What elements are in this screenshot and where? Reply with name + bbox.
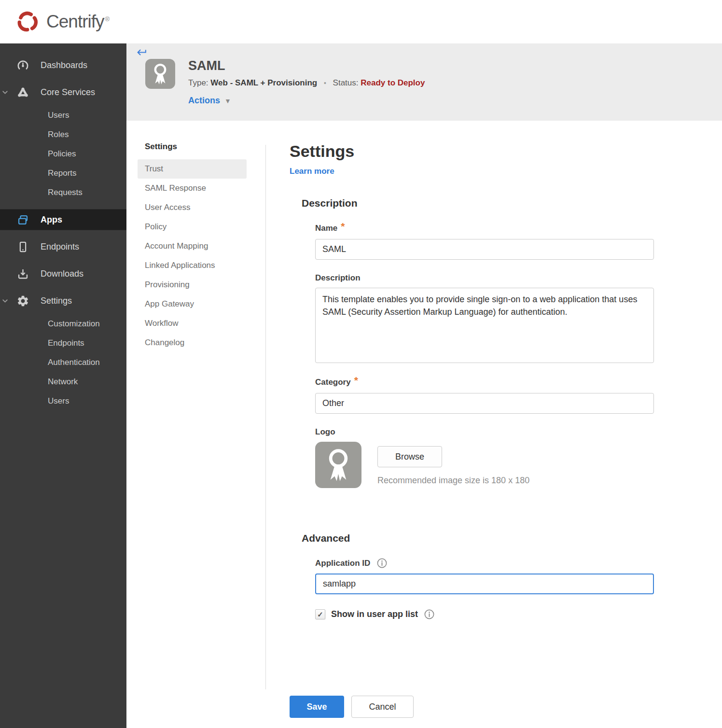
subnav-item-provisioning[interactable]: Provisioning — [138, 275, 247, 294]
name-label-text: Name — [315, 224, 337, 233]
logo-label-text: Logo — [315, 427, 335, 437]
info-icon[interactable] — [424, 609, 435, 620]
actions-label: Actions — [188, 96, 220, 106]
status-label: Status: — [333, 78, 359, 87]
subnav-item-account-mapping[interactable]: Account Mapping — [138, 237, 247, 256]
application-id-input[interactable] — [315, 574, 654, 594]
info-icon[interactable] — [376, 558, 388, 569]
app-header: SAML Type: Web - SAML + Provisioning • S… — [126, 43, 722, 121]
endpoints-icon — [16, 240, 29, 253]
top-bar: Centrify® — [0, 0, 722, 43]
sidebar-item-dashboards[interactable]: Dashboards — [0, 52, 126, 79]
name-label: Name * — [315, 223, 655, 234]
description-label: Description — [315, 273, 655, 283]
advanced-section-heading: Advanced — [302, 532, 655, 544]
sidebar-item-authentication[interactable]: Authentication — [0, 353, 126, 372]
sidebar-item-core-services[interactable]: Core Services — [0, 79, 126, 106]
subnav-item-changelog[interactable]: Changelog — [138, 333, 247, 352]
sidebar-item-settings[interactable]: Settings — [0, 287, 126, 314]
centrify-swirl-icon — [14, 9, 41, 35]
sidebar-item-network[interactable]: Network — [0, 372, 126, 392]
logo-preview-image — [315, 442, 361, 488]
gauge-icon — [16, 59, 29, 72]
required-asterisk: * — [341, 221, 345, 232]
sidebar-item-label: Apps — [41, 215, 62, 225]
subnav-heading: Settings — [138, 142, 247, 159]
sidebar-item-downloads[interactable]: Downloads — [0, 260, 126, 287]
type-value: Web - SAML + Provisioning — [210, 78, 317, 87]
category-label-text: Category — [315, 378, 351, 387]
sidebar-item-customization[interactable]: Customization — [0, 314, 126, 334]
subnav-item-trust[interactable]: Trust — [138, 159, 247, 179]
sidebar-item-apps[interactable]: Apps — [0, 209, 126, 230]
subnav-item-app-gateway[interactable]: App Gateway — [138, 294, 247, 314]
sidebar-item-label: Settings — [41, 296, 72, 306]
subnav-item-linked-applications[interactable]: Linked Applications — [138, 256, 247, 275]
subnav-item-saml-response[interactable]: SAML Response — [138, 179, 247, 198]
actions-dropdown[interactable]: Actions ▼ — [188, 96, 231, 106]
download-icon — [16, 267, 29, 280]
page-title: Settings — [290, 142, 655, 161]
sidebar-item-label: Reports — [48, 168, 77, 178]
name-input[interactable] — [315, 239, 654, 260]
application-id-label: Application ID — [315, 558, 655, 569]
apps-icon — [16, 213, 29, 226]
logo-label: Logo — [315, 427, 655, 437]
subnav-item-workflow[interactable]: Workflow — [138, 314, 247, 333]
sidebar-item-label: Policies — [48, 149, 76, 159]
brand-logo[interactable]: Centrify® — [14, 9, 109, 35]
sidebar-item-label: Roles — [48, 130, 69, 140]
status-value: Ready to Deploy — [361, 78, 425, 87]
application-id-label-text: Application ID — [315, 559, 370, 568]
chevron-down-icon — [1, 297, 9, 305]
logo-size-hint: Recommended image size is 180 x 180 — [377, 476, 529, 486]
registered-mark: ® — [105, 15, 109, 23]
brand-name: Centrify® — [46, 12, 109, 32]
separator-dot: • — [324, 79, 326, 87]
show-in-user-app-list-label: Show in user app list — [331, 609, 418, 619]
sidebar-item-label: Core Services — [41, 87, 95, 98]
sidebar-item-label: Endpoints — [48, 338, 84, 348]
category-input[interactable] — [315, 393, 654, 414]
browse-button[interactable]: Browse — [377, 446, 442, 467]
subnav-item-user-access[interactable]: User Access — [138, 198, 247, 217]
sidebar-item-roles[interactable]: Roles — [0, 125, 126, 144]
description-section-heading: Description — [302, 197, 655, 209]
sidebar-item-label: Users — [48, 396, 69, 406]
type-label: Type: — [188, 78, 208, 87]
sidebar-item-settings-endpoints[interactable]: Endpoints — [0, 334, 126, 353]
subnav-item-policy[interactable]: Policy — [138, 217, 247, 237]
sidebar-item-users[interactable]: Users — [0, 106, 126, 125]
core-services-icon — [16, 86, 29, 99]
sidebar-item-label: Dashboards — [41, 60, 87, 70]
sidebar-item-reports[interactable]: Reports — [0, 164, 126, 183]
learn-more-link[interactable]: Learn more — [290, 167, 334, 176]
required-asterisk: * — [354, 375, 358, 386]
gear-icon — [16, 294, 29, 308]
sidebar-item-settings-users[interactable]: Users — [0, 392, 126, 411]
description-label-text: Description — [315, 273, 361, 283]
sidebar-item-policies[interactable]: Policies — [0, 144, 126, 164]
save-button[interactable]: Save — [290, 696, 344, 718]
form-footer: Save Cancel — [290, 696, 414, 718]
checkmark-icon: ✓ — [317, 611, 323, 618]
app-logo-icon — [145, 59, 175, 89]
sidebar: Dashboards Core Services Users Roles Pol… — [0, 43, 126, 728]
sidebar-item-label: Requests — [48, 188, 83, 197]
sidebar-item-requests[interactable]: Requests — [0, 183, 126, 202]
description-textarea[interactable]: This template enables you to provide sin… — [315, 288, 654, 363]
sidebar-item-label: Endpoints — [41, 242, 79, 252]
caret-down-icon: ▼ — [224, 97, 231, 105]
chevron-down-icon — [1, 88, 9, 97]
back-arrow-icon[interactable] — [136, 46, 148, 58]
vertical-divider — [265, 145, 266, 689]
category-label: Category * — [315, 377, 655, 388]
settings-form: Settings Learn more Description Name * D… — [290, 142, 655, 620]
sidebar-item-label: Customization — [48, 319, 100, 329]
sidebar-item-endpoints[interactable]: Endpoints — [0, 233, 126, 260]
show-in-user-app-list-checkbox[interactable]: ✓ — [315, 609, 325, 619]
sidebar-item-label: Downloads — [41, 269, 83, 279]
sidebar-item-label: Authentication — [48, 358, 100, 367]
app-meta: Type: Web - SAML + Provisioning • Status… — [188, 78, 425, 88]
cancel-button[interactable]: Cancel — [351, 696, 414, 718]
